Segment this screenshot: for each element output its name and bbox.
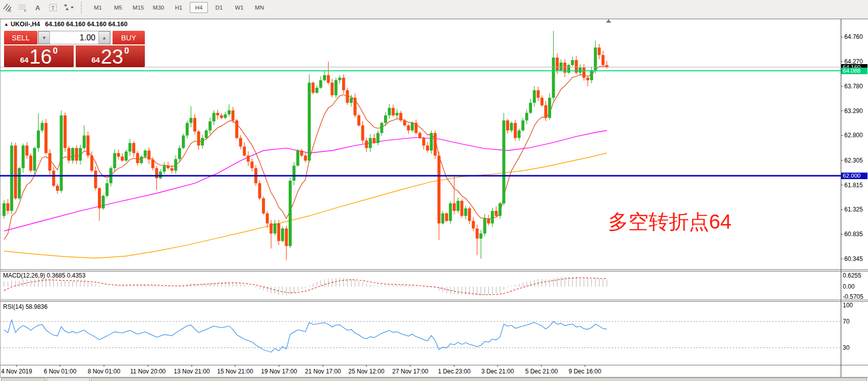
bid-price-badge: 64.088 [841, 68, 867, 74]
collapse-arrow-icon[interactable]: ▲ [4, 22, 9, 27]
date-tick-label: 9 Dec 16:00 [564, 368, 606, 375]
rsi-axis-label: 100 [843, 302, 853, 309]
volume-increase-button[interactable]: ▲ [98, 31, 110, 44]
bottom-tab-stub[interactable] [1, 377, 45, 381]
buy-price-display[interactable]: 64 23 0 [76, 45, 145, 67]
ma-fast-red-line [4, 66, 607, 239]
macd-axis-label: 0.6255 [843, 272, 861, 279]
date-tick-label: 3 Dec 21:00 [476, 368, 519, 375]
macd-indicator-label: MACD(12,26,9) 0.3685 0.4353 [3, 272, 85, 279]
date-tick-label: 25 Nov 12:00 [345, 368, 388, 375]
buy-price-sup: 0 [124, 46, 129, 56]
date-tick-label: 4 Nov 2019 [0, 368, 38, 375]
volume-stepper: ▼ ▲ [38, 31, 111, 44]
price-tick-label: 62.800 [844, 132, 863, 139]
date-tick-label: 27 Nov 17:00 [389, 368, 431, 375]
volume-decrease-button[interactable]: ▼ [38, 31, 50, 44]
date-tick-label: 1 Dec 23:00 [433, 368, 475, 375]
date-tick-label: 8 Nov 01:00 [83, 368, 125, 375]
ma-orange-line [4, 153, 607, 258]
price-tick-label: 60.835 [844, 231, 863, 238]
ohlc-values: 64.160 64.160 64.160 64.160 [45, 21, 127, 28]
sell-price-big: 16 [29, 47, 52, 66]
bottom-tab-stub[interactable] [46, 377, 90, 381]
price-tick-label: 64.760 [844, 33, 863, 40]
macd-axis-label: -0.5705 [843, 293, 863, 300]
macd-signal-line [4, 278, 607, 295]
one-click-trade-panel: SELL ▼ ▲ BUY 64 16 0 64 23 0 [4, 31, 145, 67]
date-tick-label: 11 Nov 20:00 [127, 368, 169, 375]
chart-annotation-text: 多空转折点64 [608, 208, 732, 236]
buy-button[interactable]: BUY [113, 31, 145, 44]
macd-histogram [4, 277, 607, 296]
price-tick-label: 61.815 [844, 182, 863, 189]
buy-price-prefix: 64 [91, 56, 100, 64]
sell-price-display[interactable]: 64 16 0 [4, 45, 74, 67]
rsi-axis-label: 30 [843, 344, 849, 351]
price-tick-label: 62.305 [844, 157, 863, 164]
date-tick-label: 5 Dec 21:00 [520, 368, 563, 375]
volume-input[interactable] [50, 31, 98, 44]
chart-shift-marker-icon [606, 19, 611, 23]
price-tick-label: 60.345 [844, 255, 863, 262]
date-tick-label: 6 Nov 01:00 [39, 368, 81, 375]
rsi-indicator-label: RSI(14) 58.9836 [3, 303, 47, 310]
rsi-value: 58.9836 [26, 303, 47, 310]
date-tick-label: 19 Nov 17:00 [258, 368, 300, 375]
rsi-axis-label: 70 [843, 318, 849, 325]
chart-title: ▲UKOil-,H464.160 64.160 64.160 64.160 [4, 21, 128, 28]
price-tick-label: 63.290 [844, 107, 863, 115]
macd-axis-label: 0.00 [843, 283, 854, 290]
bottom-status-stub[interactable] [91, 377, 867, 381]
sell-button[interactable]: SELL [4, 31, 37, 44]
date-tick-label: 15 Nov 21:00 [214, 368, 256, 375]
sell-price-sup: 0 [53, 46, 58, 56]
price-tick-label: 61.325 [844, 206, 863, 213]
macd-signal-value: 0.4353 [67, 272, 86, 279]
buy-price-big: 23 [101, 47, 124, 66]
date-tick-label: 13 Nov 21:00 [171, 368, 213, 375]
panel-borders [0, 19, 868, 377]
sell-price-prefix: 64 [20, 56, 29, 64]
mt4-terminal-window: { "toolbar": { "tool_icons": [ {"name": … [0, 0, 868, 381]
hline-price-badge: 62.000 [841, 173, 867, 179]
rsi-line [4, 320, 607, 352]
date-tick-label: 21 Nov 17:00 [302, 368, 344, 375]
symbol-period-label: UKOil-,H4 [11, 21, 40, 28]
macd-main-value: 0.3685 [47, 272, 66, 279]
price-tick-label: 63.780 [844, 83, 863, 90]
